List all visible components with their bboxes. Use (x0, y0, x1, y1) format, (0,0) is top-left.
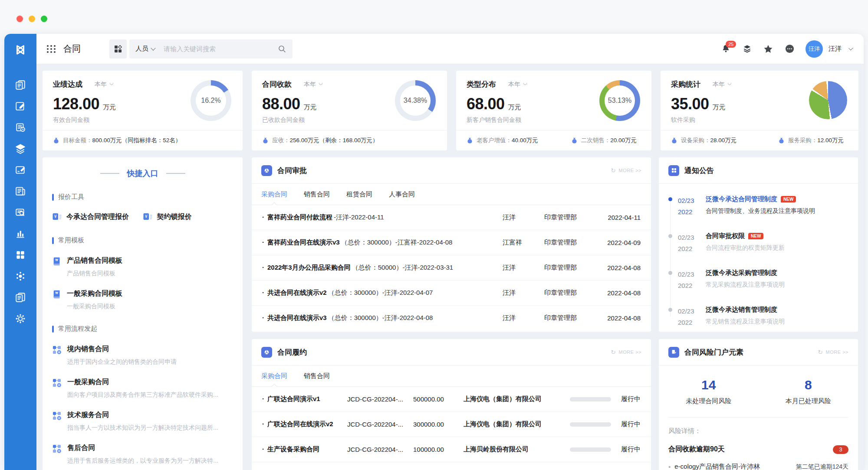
performance-row[interactable]: 生产设备采购合同 JCD-CG-202204-... 100000.00 上海贝… (252, 437, 651, 462)
more-options-icon[interactable] (784, 44, 795, 54)
contract-approval-panel: 合同审批 MORE >> 采购合同 销售合同 租赁合同 人事合同 富祥药业合同付… (252, 157, 651, 332)
tab-lease-contract[interactable]: 租赁合同 (346, 184, 372, 205)
quote-doc-icon: ¥ (143, 212, 153, 222)
quick-item-quote-1[interactable]: ¥ 今承达合同管理报价 (52, 212, 143, 222)
performance-row[interactable]: 广联达合同演示v1 JCD-CG-202204-... 500000.00 上海… (252, 387, 651, 412)
sidebar-bar-chart-icon[interactable] (14, 228, 26, 240)
approval-row[interactable]: 富祥药业合同付款流程-汪洋-2022-04-11 汪洋 印章管理部 2022-0… (252, 205, 651, 230)
sidebar-edit-icon[interactable] (14, 100, 26, 112)
page-title: 合同 (63, 43, 81, 55)
sidebar-grid-icon[interactable] (14, 249, 26, 261)
quick-flow-item[interactable]: 技术服务合同指当事人一方以技术知识为另一方解决特定技术问题所... (52, 411, 233, 432)
more-button[interactable]: MORE >> (611, 349, 641, 356)
timeline-dot (668, 308, 672, 312)
handled-risk-stat[interactable]: 8 本月已处理风险 (759, 378, 858, 405)
approval-row[interactable]: 共进合同在线演示v2（总价：300000）-汪洋-2022-04-07 汪洋 印… (252, 281, 651, 306)
more-button[interactable]: MORE >> (611, 167, 641, 174)
sidebar-layers-icon[interactable] (14, 143, 26, 155)
search-category-dropdown[interactable]: 人员 (135, 45, 155, 53)
layers-stack-icon[interactable] (742, 44, 752, 54)
quick-template-item[interactable]: 一般采购合同模板一般采购合同模板 (52, 289, 233, 310)
quick-entry-title: 快捷入口 (127, 168, 158, 179)
sidebar-copy-icon[interactable] (14, 291, 26, 304)
money-bag-icon (778, 137, 785, 144)
tab-sales-contract[interactable]: 销售合同 (304, 184, 330, 205)
sidebar (4, 34, 36, 470)
period-dropdown[interactable]: 本年 (713, 81, 731, 88)
tab-purchase-contract[interactable]: 采购合同 (261, 366, 287, 386)
maximize-window-button[interactable] (41, 16, 47, 22)
close-window-button[interactable] (16, 16, 23, 22)
layout-switch-button[interactable] (109, 39, 127, 59)
donut-chart: 16.2% (191, 80, 231, 121)
performance-row[interactable]: 广联达合同在线演示v2 JCD-CG-202204-... 300000.00 … (252, 412, 651, 437)
card-footer: 目标金额：800.00万元（同指标排名：52名） (43, 130, 243, 150)
user-name: 汪洋 (829, 45, 842, 53)
quick-item-quote-2[interactable]: ¥ 契约锁报价 (143, 212, 233, 222)
unhandled-risk-stat[interactable]: 14 未处理合同风险 (659, 378, 759, 405)
notifications-bell-icon[interactable]: 25 (720, 44, 731, 54)
user-avatar[interactable]: 汪洋 (806, 40, 823, 58)
period-dropdown[interactable]: 本年 (304, 81, 322, 88)
sidebar-documents-icon[interactable] (14, 79, 26, 91)
section-label: 报价工具 (58, 193, 84, 201)
panel-title: 合同审批 (277, 166, 307, 176)
approval-row[interactable]: 2022年3月办公用品采购合同（总价：50000）-汪洋-2022-03-31 … (252, 255, 651, 281)
sidebar-document-search-icon[interactable] (14, 206, 26, 219)
sidebar-signature-icon[interactable] (14, 164, 26, 176)
section-label: 常用模板 (58, 236, 84, 245)
tab-purchase-contract[interactable]: 采购合同 (261, 184, 287, 205)
approval-row[interactable]: 共进合同在线演示v3（总价：300000）-汪洋-2022-04-08 汪洋 印… (252, 306, 651, 330)
period-dropdown[interactable]: 本年 (95, 81, 113, 88)
progress-bar (570, 422, 611, 427)
card-footer: 应收：256.00万元（剩余：168.00万元） (252, 130, 447, 150)
search-input[interactable] (163, 45, 278, 53)
quick-flow-item[interactable]: 境内销售合同适用于国内企业之间的销售类的合同申请 (52, 345, 233, 366)
tab-hr-contract[interactable]: 人事合同 (389, 184, 415, 205)
quick-flow-item[interactable]: 一般采购合同面向客户项目涉及商务合作第三方标准产品软硬件采购... (52, 378, 233, 399)
app-logo-icon[interactable] (10, 39, 31, 61)
favorites-star-icon[interactable] (763, 44, 773, 54)
user-menu-chevron-icon[interactable] (846, 44, 852, 54)
quick-template-item[interactable]: 产品销售合同模板产品销售合同模板 (52, 256, 233, 277)
sidebar-settings-icon[interactable] (14, 313, 26, 325)
risk-panel-icon (668, 347, 679, 358)
window-controls (16, 16, 47, 22)
notice-item[interactable]: 02/232022 泛微今承达销售管理制度 常见销售流程及注意事项说明 (667, 306, 849, 328)
search-category-label: 人员 (135, 45, 148, 53)
stat-card-collection: 合同收款 本年 88.00万元 已收款合同金额 34.38% 应收：256.00… (252, 71, 447, 150)
notification-count-badge: 25 (726, 41, 736, 48)
svg-text:¥: ¥ (145, 214, 147, 219)
notice-item[interactable]: 02/232022 泛微今承达采购管理制度 常见采购流程及注意事项说明 (667, 269, 849, 291)
notice-item[interactable]: 02/232022 合同审批权限NEW 合同流程审批的权责矩阵更新 (667, 232, 849, 254)
card-value: 35.00 (671, 95, 709, 113)
workflow-icon (52, 444, 62, 465)
approval-row[interactable]: 富祥药业合同在线演示v3（总价：300000）-江富祥-2022-04-08 江… (252, 230, 651, 255)
period-dropdown[interactable]: 本年 (508, 81, 527, 88)
app-launcher-icon[interactable] (46, 43, 57, 55)
quick-flow-item[interactable]: 售后合同适用于售后服务运维类的，以专业服务为另一方解决特... (52, 444, 233, 465)
notice-item[interactable]: 02/232022 泛微今承达合同管理制度NEW 合同管理制度、业务流程及注意事… (667, 195, 849, 217)
workflow-icon (52, 378, 62, 399)
card-value: 88.00 (262, 95, 300, 113)
search-icon[interactable] (278, 45, 286, 53)
risk-group-row[interactable]: 合同收款逾期90天 3 (659, 435, 858, 454)
new-badge: NEW (748, 233, 763, 239)
card-title: 合同收款 (262, 79, 292, 89)
more-button[interactable]: MORE >> (818, 349, 848, 356)
donut-chart: 53.13% (599, 80, 640, 121)
quote-doc-icon: ¥ (52, 212, 62, 222)
tab-sales-contract[interactable]: 销售合同 (304, 366, 330, 386)
sidebar-hub-icon[interactable] (14, 270, 26, 282)
notice-panel-icon (668, 165, 679, 176)
performance-row[interactable]: 高速标接平台条件采购 JCD-CG-202204-... 993210.00 上… (252, 462, 651, 470)
minimize-window-button[interactable] (29, 16, 35, 22)
dashboard-content: 业绩达成 本年 128.00万元 有效合同金额 16.2% 目标金额：800.0… (36, 64, 864, 470)
sidebar-news-icon[interactable] (14, 185, 26, 197)
risk-item-row[interactable]: e-cology产品销售合同-许沛林 第二笔已逾期124天 (659, 454, 858, 470)
money-bag-icon (571, 137, 578, 144)
sidebar-document-clock-icon[interactable] (14, 121, 26, 134)
donut-percent: 34.38% (395, 80, 436, 121)
stat-card-performance: 业绩达成 本年 128.00万元 有效合同金额 16.2% 目标金额：800.0… (43, 71, 243, 150)
search-bar: 人员 (129, 39, 293, 59)
